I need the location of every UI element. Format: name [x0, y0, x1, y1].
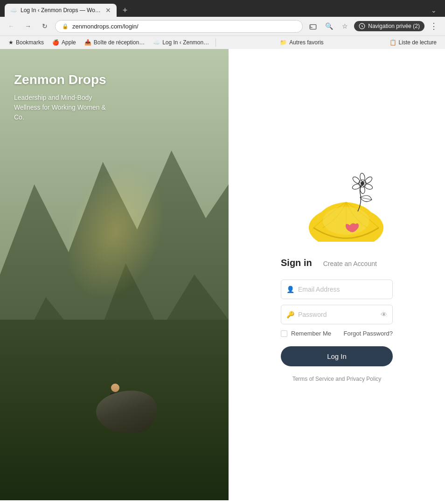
svg-rect-0 [310, 25, 316, 29]
remember-me-label[interactable]: Remember Me [281, 330, 331, 337]
terms-link[interactable]: Terms of Service and Privacy Policy [281, 376, 393, 382]
lock-icon: 🔒 [62, 23, 69, 29]
other-bookmarks-folder[interactable]: 📁 Autres favoris [276, 38, 327, 47]
other-bookmarks-label: Autres favoris [289, 39, 323, 46]
cloud-icon: ☁️ [153, 39, 160, 46]
remember-me-checkbox[interactable] [281, 330, 287, 337]
active-tab[interactable]: ☁️ Log In ‹ Zenmon Drops — Wor… ✕ [5, 4, 117, 17]
tab-bar: ☁️ Log In ‹ Zenmon Drops — Wor… ✕ + ⌄ [0, 0, 445, 17]
cast-button[interactable] [306, 20, 320, 33]
show-password-icon[interactable]: 👁 [381, 311, 387, 318]
private-mode-label: Navigation privée (2) [368, 23, 420, 29]
bookmark-label: Log In ‹ Zenmon… [162, 39, 209, 46]
bookmark-star-icon: ★ [8, 39, 14, 46]
svg-point-6 [364, 175, 373, 184]
bookmark-label: Bookmarks [16, 39, 44, 46]
zenmon-logo [285, 167, 388, 242]
forward-button[interactable]: → [21, 20, 35, 33]
bookmark-label: Apple [62, 39, 76, 46]
reading-list-icon: 📋 [389, 39, 396, 46]
sign-in-form: Sign in Create an Account 👤 🔑 👁 Remember… [281, 258, 393, 382]
reading-list-folder[interactable]: 📋 Liste de lecture [386, 38, 440, 47]
key-icon: 🔑 [286, 311, 294, 318]
forgot-password-link[interactable]: Forgot Password? [344, 330, 393, 337]
password-field-container: 🔑 👁 [281, 305, 393, 324]
browser-chrome: ☁️ Log In ‹ Zenmon Drops — Wor… ✕ + ⌄ ← … [0, 0, 445, 49]
sign-in-title: Sign in [281, 258, 312, 268]
bookmark-separator [216, 38, 216, 47]
brand-title: Zenmon Drops [14, 72, 117, 87]
tab-close-button[interactable]: ✕ [105, 7, 111, 14]
email-field-container: 👤 [281, 280, 393, 299]
form-header: Sign in Create an Account [281, 258, 393, 268]
bookmark-item-inbox[interactable]: 📥 Boîte de réception… [81, 38, 148, 47]
tab-favicon: ☁️ [10, 7, 17, 14]
page-content: Zenmon Drops Leadership and Mind-Body We… [0, 49, 445, 500]
address-text: zenmondrops.com/login/ [72, 23, 296, 30]
create-account-link[interactable]: Create an Account [323, 260, 377, 267]
person-icon: 👤 [286, 286, 294, 293]
tab-title: Log In ‹ Zenmon Drops — Wor… [21, 7, 102, 14]
email-input[interactable] [281, 280, 393, 299]
svg-point-10 [352, 175, 361, 184]
remember-me-text: Remember Me [291, 330, 331, 337]
reload-button[interactable]: ↻ [38, 20, 51, 33]
brand-subtitle: Leadership and Mind-Body Wellness for Wo… [14, 93, 117, 122]
apple-icon: 🍎 [52, 39, 59, 46]
right-panel: Sign in Create an Account 👤 🔑 👁 Remember… [229, 49, 445, 500]
back-button[interactable]: ← [5, 20, 18, 33]
person-head [111, 384, 119, 392]
bookmark-item-zenmon[interactable]: ☁️ Log In ‹ Zenmon… [149, 38, 213, 47]
bookmark-star-button[interactable]: ☆ [338, 20, 351, 33]
logo-container [285, 167, 388, 244]
bookmark-item-apple[interactable]: 🍎 Apple [49, 38, 80, 47]
address-bar[interactable]: 🔒 zenmondrops.com/login/ [55, 20, 303, 33]
left-text-overlay: Zenmon Drops Leadership and Mind-Body We… [14, 72, 117, 122]
form-options: Remember Me Forgot Password? [281, 330, 393, 337]
left-panel: Zenmon Drops Leadership and Mind-Body We… [0, 49, 229, 500]
rock [96, 391, 157, 433]
new-tab-button[interactable]: + [118, 4, 132, 17]
svg-point-7 [364, 183, 373, 190]
bookmark-label: Boîte de réception… [94, 39, 145, 46]
login-button[interactable]: Log In [281, 346, 393, 366]
nav-bar: ← → ↻ 🔒 zenmondrops.com/login/ 🔍 ☆ Navig… [0, 17, 445, 35]
nav-actions: 🔍 ☆ Navigation privée (2) ⋮ [306, 20, 440, 33]
folder-icon: 📁 [280, 39, 287, 46]
reading-list-label: Liste de lecture [399, 39, 437, 46]
private-mode-button[interactable]: Navigation privée (2) [354, 21, 424, 31]
tab-end-area: ⌄ [133, 5, 440, 16]
inbox-icon: 📥 [84, 39, 91, 46]
tab-end-button[interactable]: ⌄ [427, 5, 440, 16]
bookmark-item-bookmarks[interactable]: ★ Bookmarks [5, 38, 48, 47]
svg-point-3 [323, 207, 369, 235]
svg-point-11 [361, 182, 364, 185]
rock-figure [96, 391, 157, 433]
bookmarks-bar: ★ Bookmarks 🍎 Apple 📥 Boîte de réception… [0, 35, 445, 49]
zoom-button[interactable]: 🔍 [322, 20, 335, 33]
menu-button[interactable]: ⋮ [427, 20, 440, 33]
password-input[interactable] [281, 305, 393, 324]
